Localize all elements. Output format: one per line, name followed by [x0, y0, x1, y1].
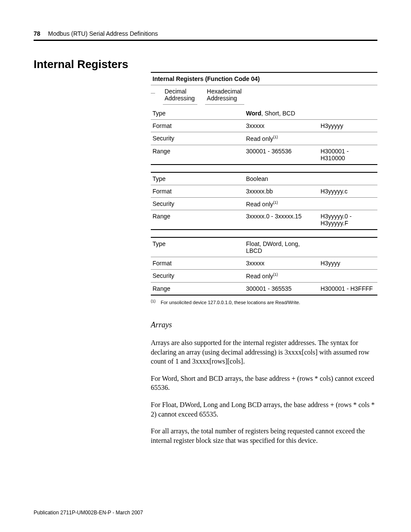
table-row: Security Read only(1) [151, 270, 377, 283]
running-header: 78 Modbus (RTU) Serial Address Definitio… [34, 30, 377, 37]
registers-table: Internal Registers (Function Code 04) De… [151, 72, 377, 296]
table-cell: Float, DWord, Long, LBCD [244, 237, 319, 257]
table-cell: 300001 - 365536 [244, 145, 319, 165]
table-cell: Range [151, 210, 244, 230]
table-row: Format 3xxxxx.bb H3yyyyy.c [151, 185, 377, 197]
table-cell: 300001 - 365535 [244, 282, 319, 295]
table-cell: Format [151, 185, 244, 197]
footnote-ref: (1) [273, 200, 278, 205]
table-title-row: Internal Registers (Function Code 04) [151, 72, 377, 85]
table-cell [319, 237, 377, 257]
table-row: Range 300001 - 365535 H300001 - H3FFFF [151, 282, 377, 295]
table-row: Format 3xxxxx H3yyyyy [151, 120, 377, 132]
section-heading: Internal Registers [34, 58, 151, 71]
table-cell: Security [151, 270, 244, 283]
table-cell: Range [151, 282, 244, 295]
table-cell: Read only(1) [244, 270, 319, 283]
table-cell: Range [151, 145, 244, 165]
table-cell: Read only(1) [244, 132, 319, 145]
chapter-title: Modbus (RTU) Serial Address Definitions [48, 30, 158, 37]
body-paragraph: For Float, DWord, Long and Long BCD arra… [151, 400, 377, 419]
table-row: Range 3xxxxx.0 - 3xxxxx.15 H3yyyyy.0 - H… [151, 210, 377, 230]
table-header-cell [151, 88, 155, 93]
page-number: 78 [34, 30, 40, 37]
table-row: Format 3xxxxx H3yyyy [151, 257, 377, 270]
table-cell: Read only(1) [244, 197, 319, 210]
table-cell: H3yyyyy [319, 120, 377, 132]
table-cell: H3yyyyy.c [319, 185, 377, 197]
table-cell [319, 132, 377, 145]
table-cell [319, 107, 377, 120]
table-footnote: (1) For unsolicited device 127.0.0.1.0, … [151, 300, 377, 305]
table-title: Internal Registers (Function Code 04) [151, 72, 377, 85]
body-paragraph: For Word, Short and BCD arrays, the base… [151, 374, 377, 392]
table-cell: Security [151, 197, 244, 210]
table-cell: Word, Short, BCD [244, 107, 319, 120]
table-cell: Type [151, 172, 244, 185]
table-cell: H300001 - H310000 [319, 145, 377, 165]
table-row: Security Read only(1) [151, 197, 377, 210]
table-cell [319, 172, 377, 185]
table-cell: 3xxxxx.0 - 3xxxxx.15 [244, 210, 319, 230]
table-cell: Type [151, 237, 244, 257]
table-cell: H3yyyy [319, 257, 377, 270]
table-cell [319, 270, 377, 283]
table-cell: 3xxxxx [244, 120, 319, 132]
table-row: Type Boolean [151, 172, 377, 185]
table-row: Security Read only(1) [151, 132, 377, 145]
footnote-ref: (1) [273, 135, 278, 139]
table-header-cell: Decimal Addressing [163, 85, 197, 105]
table-cell [319, 197, 377, 210]
table-row: Range 300001 - 365536 H300001 - H310000 [151, 145, 377, 165]
table-cell: Type [151, 107, 244, 120]
table-cell: Format [151, 257, 244, 270]
footnote-mark: (1) [151, 299, 156, 304]
table-header-row: Decimal Addressing Hexadecimal Addressin… [151, 85, 244, 105]
table-cell: H300001 - H3FFFF [319, 282, 377, 295]
table-cell: H3yyyyy.0 - H3yyyyy.F [319, 210, 377, 230]
body-paragraph: For all arrays, the total number of regi… [151, 426, 377, 445]
table-row: Type Word, Short, BCD [151, 107, 377, 120]
subsection-heading: Arrays [151, 320, 377, 330]
table-cell: 3xxxxx [244, 257, 319, 270]
table-header-cell: Hexadecimal Addressing [205, 85, 244, 105]
table-cell: Format [151, 120, 244, 132]
table-row: Type Float, DWord, Long, LBCD [151, 237, 377, 257]
table-cell: 3xxxxx.bb [244, 185, 319, 197]
table-cell: Security [151, 132, 244, 145]
footnote-text: For unsolicited device 127.0.0.1.0, thes… [161, 300, 300, 305]
footnote-ref: (1) [273, 272, 278, 277]
publication-footer: Publication 2711P-UM002B-EN-P - March 20… [34, 510, 143, 516]
table-cell: Boolean [244, 172, 319, 185]
header-rule [34, 40, 377, 41]
body-paragraph: Arrays are also supported for the intern… [151, 338, 377, 366]
